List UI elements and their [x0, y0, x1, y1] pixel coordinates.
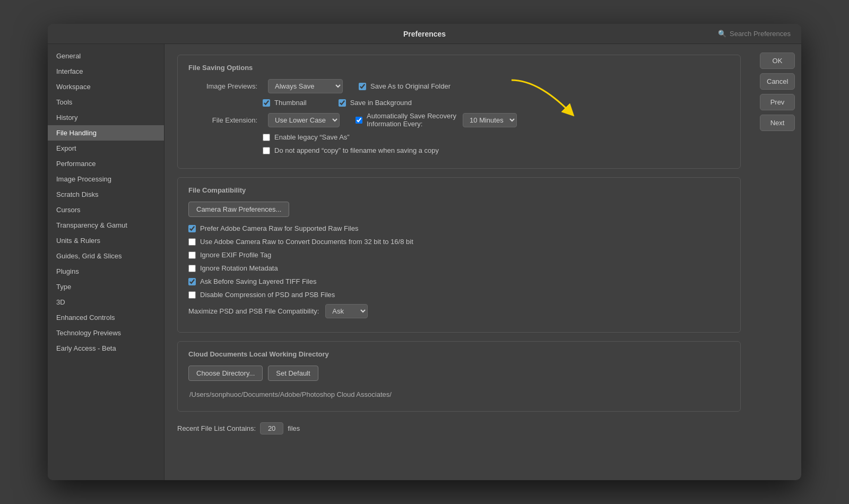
ignore-exif-label[interactable]: Ignore EXIF Profile Tag: [200, 251, 271, 259]
camera-raw-preferences-button[interactable]: Camera Raw Preferences...: [188, 202, 289, 217]
cloud-documents-section: Cloud Documents Local Working Directory …: [177, 341, 741, 412]
enable-legacy-label[interactable]: Enable legacy “Save As”: [274, 133, 350, 141]
auto-save-row: Automatically Save RecoveryInformation E…: [356, 112, 517, 128]
use-acr-convert-checkbox[interactable]: [188, 238, 196, 246]
file-compatibility-section: File Compatibility Camera Raw Preference…: [177, 177, 741, 333]
save-background-row: Save in Background: [339, 99, 412, 107]
search-area[interactable]: 🔍 Search Preferences: [718, 30, 791, 38]
file-saving-title: File Saving Options: [188, 64, 730, 72]
preferences-dialog: Preferences 🔍 Search Preferences General…: [48, 24, 801, 480]
no-append-copy-checkbox[interactable]: [263, 147, 270, 154]
sidebar-item-tools[interactable]: Tools: [48, 94, 164, 110]
disable-compression-row: Disable Compression of PSD and PSB Files: [188, 291, 730, 299]
enable-legacy-checkbox[interactable]: [263, 134, 270, 141]
save-as-original-row: Save As to Original Folder: [359, 82, 451, 90]
set-default-button[interactable]: Set Default: [268, 366, 318, 381]
sidebar-item-units--rulers[interactable]: Units & Rulers: [48, 233, 164, 248]
file-extension-row: File Extension: Use Lower Case Use Upper…: [188, 112, 730, 128]
save-as-original-label[interactable]: Save As to Original Folder: [370, 82, 451, 90]
sidebar-item-3d[interactable]: 3D: [48, 294, 164, 310]
prefer-acr-row: Prefer Adobe Camera Raw for Supported Ra…: [188, 224, 730, 232]
sidebar-item-scratch-disks[interactable]: Scratch Disks: [48, 187, 164, 202]
recent-files-input[interactable]: [260, 422, 283, 435]
ignore-exif-checkbox[interactable]: [188, 251, 196, 259]
sidebar-item-workspace[interactable]: Workspace: [48, 79, 164, 94]
sidebar: GeneralInterfaceWorkspaceToolsHistoryFil…: [48, 44, 164, 480]
directory-path: /Users/sonphuoc/Documents/Adobe/Photosho…: [188, 386, 730, 403]
auto-save-checkbox[interactable]: [356, 117, 362, 124]
thumbnail-label[interactable]: Thumbnail: [274, 99, 307, 107]
thumbnail-row: Thumbnail: [263, 99, 307, 107]
dialog-title: Preferences: [403, 30, 446, 38]
sidebar-item-history[interactable]: History: [48, 110, 164, 125]
save-background-label[interactable]: Save in Background: [350, 99, 412, 107]
save-background-checkbox[interactable]: [339, 99, 346, 107]
save-as-original-checkbox[interactable]: [359, 83, 366, 90]
sidebar-item-interface[interactable]: Interface: [48, 64, 164, 79]
recent-files-row: Recent File List Contains: files: [177, 420, 741, 439]
no-append-copy-row: Do not append “copy” to filename when sa…: [263, 146, 730, 154]
thumbnail-checkbox[interactable]: [263, 99, 270, 107]
image-previews-label: Image Previews:: [188, 82, 257, 90]
sidebar-item-guides-grid--slices[interactable]: Guides, Grid & Slices: [48, 248, 164, 264]
use-acr-convert-row: Use Adobe Camera Raw to Convert Document…: [188, 238, 730, 246]
prev-button[interactable]: Prev: [760, 94, 795, 110]
title-bar: Preferences 🔍 Search Preferences: [48, 24, 801, 44]
cloud-documents-title: Cloud Documents Local Working Directory: [188, 350, 730, 358]
ignore-rotation-row: Ignore Rotation Metadata: [188, 264, 730, 272]
next-button[interactable]: Next: [760, 115, 795, 131]
ignore-rotation-checkbox[interactable]: [188, 265, 196, 272]
sidebar-item-file-handling[interactable]: File Handling: [48, 125, 164, 141]
sidebar-item-image-processing[interactable]: Image Processing: [48, 171, 164, 187]
sidebar-item-type[interactable]: Type: [48, 279, 164, 294]
file-extension-label: File Extension:: [188, 116, 257, 124]
prefer-acr-label[interactable]: Prefer Adobe Camera Raw for Supported Ra…: [200, 224, 358, 232]
file-saving-section: File Saving Options Image Previews: Alwa…: [177, 55, 741, 169]
image-previews-select[interactable]: Always Save Never Save Ask When Saving: [268, 79, 343, 93]
disable-compression-checkbox[interactable]: [188, 291, 196, 299]
maximize-psd-row: Maximize PSD and PSB File Compatibility:…: [188, 304, 730, 318]
disable-compression-label[interactable]: Disable Compression of PSD and PSB Files: [200, 291, 335, 299]
sidebar-item-transparency--gamut[interactable]: Transparency & Gamut: [48, 218, 164, 233]
ok-button[interactable]: OK: [760, 53, 795, 69]
maximize-psd-select[interactable]: Ask Always Never: [325, 304, 368, 318]
cloud-dir-buttons: Choose Directory... Set Default: [188, 366, 730, 381]
cancel-button[interactable]: Cancel: [760, 73, 795, 90]
sidebar-item-general[interactable]: General: [48, 48, 164, 64]
no-append-copy-label[interactable]: Do not append “copy” to filename when sa…: [274, 146, 439, 154]
ask-before-tiff-row: Ask Before Saving Layered TIFF Files: [188, 277, 730, 285]
ask-before-tiff-label[interactable]: Ask Before Saving Layered TIFF Files: [200, 277, 316, 285]
prefer-acr-checkbox[interactable]: [188, 225, 196, 232]
main-content: File Saving Options Image Previews: Alwa…: [164, 44, 753, 480]
image-previews-row: Image Previews: Always Save Never Save A…: [188, 79, 730, 93]
recent-files-label: Recent File List Contains:: [177, 424, 256, 432]
sidebar-item-performance[interactable]: Performance: [48, 156, 164, 171]
file-extension-select[interactable]: Use Lower Case Use Upper Case: [268, 113, 340, 127]
ignore-exif-row: Ignore EXIF Profile Tag: [188, 251, 730, 259]
search-placeholder[interactable]: Search Preferences: [730, 30, 791, 38]
maximize-psd-label: Maximize PSD and PSB File Compatibility:: [188, 307, 319, 315]
sidebar-item-cursors[interactable]: Cursors: [48, 202, 164, 218]
enable-legacy-row: Enable legacy “Save As”: [263, 133, 730, 141]
search-icon: 🔍: [718, 30, 726, 38]
choose-directory-button[interactable]: Choose Directory...: [188, 366, 263, 381]
sidebar-item-early-access---beta[interactable]: Early Access - Beta: [48, 341, 164, 356]
actions-panel: OK Cancel Prev Next: [753, 44, 801, 480]
sidebar-item-enhanced-controls[interactable]: Enhanced Controls: [48, 310, 164, 325]
use-acr-convert-label[interactable]: Use Adobe Camera Raw to Convert Document…: [200, 238, 413, 246]
sidebar-item-plugins[interactable]: Plugins: [48, 264, 164, 279]
sidebar-item-technology-previews[interactable]: Technology Previews: [48, 325, 164, 341]
sidebar-item-export[interactable]: Export: [48, 141, 164, 156]
ask-before-tiff-checkbox[interactable]: [188, 278, 196, 285]
yellow-arrow-annotation: [506, 75, 623, 123]
file-compatibility-title: File Compatibility: [188, 186, 730, 194]
ignore-rotation-label[interactable]: Ignore Rotation Metadata: [200, 264, 278, 272]
body: GeneralInterfaceWorkspaceToolsHistoryFil…: [48, 44, 801, 480]
recent-files-suffix: files: [288, 424, 300, 432]
auto-save-label: Automatically Save RecoveryInformation E…: [367, 112, 456, 128]
